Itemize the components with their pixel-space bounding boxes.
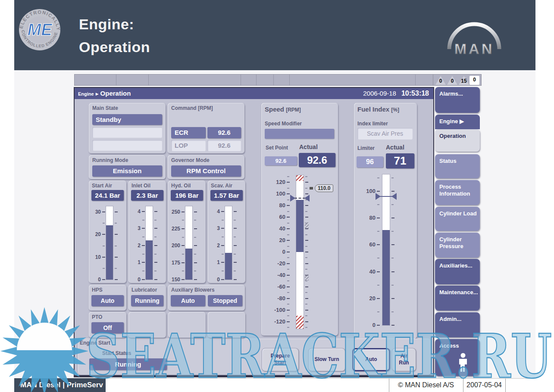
auxiliary-blowers-group: Auxiliary BlowersAutoStopped (168, 285, 245, 311)
tick-label: 150 (170, 276, 180, 283)
gauge-label: Scav. Air (211, 183, 232, 189)
minor-tick-mark (391, 311, 394, 312)
alarm-counter-value: 15 (459, 78, 469, 84)
tick-mark (182, 245, 185, 246)
engine-start-button-prepare-start[interactable]: PrepareStart (262, 348, 299, 371)
minor-tick-mark (115, 223, 117, 224)
tick-mark (234, 211, 237, 212)
fuel-actual-value: 71 (386, 153, 414, 168)
minor-tick-mark (194, 254, 196, 255)
tick-label: 60 (354, 241, 376, 248)
tick-label: 1 (210, 259, 220, 266)
gauge-scale: 3020100 (91, 206, 125, 280)
sidebar-item-cylinder-load[interactable]: Cylinder Load (435, 207, 480, 231)
engine-start-group: Engine Start Start Status Running Prepar… (78, 339, 431, 375)
minor-tick-mark (287, 280, 289, 281)
tick-mark (391, 218, 394, 218)
engine-start-button-auto[interactable]: Auto (352, 348, 390, 371)
bar-fill (225, 253, 232, 280)
minor-tick-mark (182, 271, 184, 271)
minor-tick-mark (222, 271, 224, 271)
tick-label: 40 (261, 225, 285, 232)
main-state-value (92, 140, 162, 151)
main-state-group: Main State Standby (89, 103, 166, 153)
minor-tick-mark (305, 234, 307, 235)
bar-fill (296, 200, 304, 252)
gauge-scale: 43210 (210, 206, 244, 280)
tick-mark (194, 228, 197, 229)
engine-start-button-air-run[interactable]: AirRun (392, 348, 416, 371)
tick-mark (287, 217, 290, 218)
hps-label: HPS (92, 287, 103, 293)
alarm-counter-value: 0 (469, 77, 479, 83)
footer: MAN Diesel | PrimeServ © MAN Diesel A/S … (14, 378, 535, 392)
speed-scale: 120100806040200-20-40-60-80-100-120110.0 (261, 175, 338, 329)
sidebar-item-process-information[interactable]: Process Information (435, 180, 480, 205)
sidebar-item-admin[interactable]: Admin... (435, 312, 480, 337)
sidebar-item-operation[interactable]: Operation (435, 129, 480, 152)
command-value: 92.6 (207, 127, 241, 138)
scale-column (146, 206, 153, 280)
start-status-label: Start Status (102, 350, 131, 356)
engine-start-button-slow-turn[interactable]: Slow Turn (308, 348, 345, 371)
tick-mark (305, 182, 308, 183)
tick-label: 60 (261, 214, 285, 221)
tick-label: 100 (261, 190, 285, 197)
minor-tick-mark (222, 220, 224, 221)
breadcrumb-arrow-icon: ▶ (96, 92, 99, 96)
toolbar-strip (74, 74, 433, 86)
me-engine-logo: ELECTRONICALLY CONTROLLED ENGINE ME (18, 8, 62, 52)
window-titlebar: Engine▶Operation 2006-09-1810:53:18 (75, 88, 433, 99)
page-title: Engine: Operation (79, 13, 150, 58)
sidebar-item-status[interactable]: Status (435, 154, 480, 178)
tick-mark (287, 182, 290, 183)
sidebar-item-alarms[interactable]: Alarms... (435, 87, 480, 113)
minor-tick-mark (287, 246, 289, 247)
fuel-index-panel: Fuel Index [%] Index limiter Scav Air Pr… (354, 103, 417, 339)
tick-label: 250 (170, 208, 180, 215)
toolbar-divider (256, 75, 257, 85)
tick-mark (305, 321, 308, 322)
bar-fill (106, 225, 113, 280)
minor-tick-mark (182, 237, 184, 238)
sidebar-item-engine[interactable]: Engine ▶ (435, 115, 480, 129)
minor-tick-mark (142, 220, 144, 221)
auxiliary-blowers-value: Stopped (208, 295, 242, 306)
sidebar-item-access[interactable]: Access (435, 339, 480, 376)
sidebar-item-cylinder-pressure[interactable]: Cylinder Pressure (435, 233, 480, 258)
toolbar-divider (116, 75, 116, 85)
minor-tick-mark (305, 176, 307, 177)
sidebar-item-auxiliaries[interactable]: Auxiliaries... (435, 259, 480, 284)
tick-mark (102, 212, 105, 212)
main-state-label: Main State (92, 105, 118, 111)
minor-tick-mark (377, 204, 379, 205)
tick-mark (115, 257, 118, 258)
tick-mark (305, 205, 308, 206)
tick-mark (142, 262, 145, 263)
governor-mode-label: Governor Mode (171, 157, 210, 163)
governor-mode-value: RPM Control (171, 165, 241, 177)
breadcrumb-section: Engine (78, 91, 94, 96)
gauge-label: Start Air (92, 183, 112, 189)
person-icon (457, 353, 469, 373)
tick-mark (287, 275, 290, 276)
sidebar-item-maintenance[interactable]: Maintenance... (435, 286, 480, 311)
minor-tick-mark (287, 304, 289, 305)
index-limiter-source: Scav Air Pres (357, 128, 413, 140)
tick-mark (194, 212, 197, 212)
scale-column (106, 206, 113, 280)
minor-tick-mark (287, 188, 289, 189)
tick-label: -100 (261, 307, 285, 314)
minor-tick-mark (222, 254, 224, 255)
footer-brand: MAN Diesel | PrimeServ (14, 378, 106, 392)
limiter-arrow-icon (376, 193, 381, 200)
command-value: 92.6 (207, 140, 241, 151)
scale-column (382, 174, 390, 325)
tick-mark (221, 262, 224, 263)
empty-cell (208, 312, 245, 338)
speed-actual-value: 92.6 (299, 153, 335, 167)
tick-label: -40 (261, 272, 285, 279)
minor-tick-mark (234, 220, 236, 221)
minor-tick-mark (377, 311, 379, 312)
empty-cell (168, 312, 206, 338)
